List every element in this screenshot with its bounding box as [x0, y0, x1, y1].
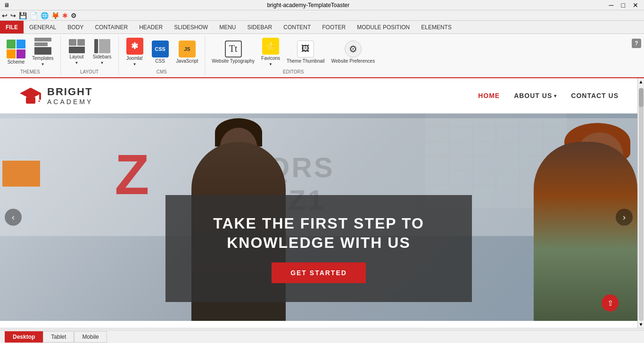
theme-thumbnail-button[interactable]: 🖼 Theme Thumbnail [284, 39, 327, 66]
joomla-dropdown-icon: ▼ [133, 62, 137, 66]
templates-icon [34, 38, 51, 55]
logo-bright: BRIGHT [47, 86, 93, 98]
menu-slideshow[interactable]: SLIDESHOW [168, 21, 214, 33]
website-header: BRIGHT ACADEMY HOME ABOUT US ▾ CONTACT U… [0, 78, 637, 114]
svg-rect-1 [26, 97, 35, 104]
logo-area: BRIGHT ACADEMY [19, 84, 93, 107]
nav-about[interactable]: ABOUT US ▾ [514, 92, 557, 99]
main-area: BRIGHT ACADEMY HOME ABOUT US ▾ CONTACT U… [0, 78, 644, 328]
menu-module-position[interactable]: MODULE POSITION [351, 21, 415, 33]
ribbon-section-editors: Tt Website Typography ⭐ Favicons ▼ 🖼 The… [205, 36, 381, 75]
menu-elements[interactable]: ELEMENTS [415, 21, 457, 33]
website-preferences-button[interactable]: ⚙ Website Preferences [329, 39, 378, 66]
ribbon-layout-label: Layout [80, 68, 99, 75]
vertical-scrollbar[interactable]: ▲ ▼ [637, 78, 644, 328]
settings-icon[interactable]: ⚙ [71, 12, 77, 19]
svg-rect-2 [39, 93, 41, 100]
scrollbar-up-arrow[interactable]: ▲ [639, 79, 644, 84]
firefox-icon[interactable]: 🦊 [51, 12, 59, 19]
sidebars-button[interactable]: Sidebars ▼ [90, 37, 115, 67]
menu-content[interactable]: CONTENT [278, 21, 316, 33]
ribbon-help[interactable]: ? [629, 36, 644, 75]
css-icon: CSS [152, 41, 169, 57]
scroll-up-button[interactable]: ⇧ [602, 294, 619, 311]
typography-icon: Tt [225, 41, 242, 57]
scrollbar-thumb-handle [639, 88, 644, 107]
favicons-button[interactable]: ⭐ Favicons ▼ [258, 36, 283, 68]
javascript-label: JavaScript [176, 58, 198, 64]
web-icon[interactable]: 🌐 [41, 12, 49, 19]
quick-access-toolbar: ↩ ↪ 💾 📄 🌐 🦊 ✱ ⚙ [0, 10, 644, 21]
joomla-button[interactable]: ✱ Joomla! ▼ [123, 36, 147, 68]
templates-button[interactable]: Templates ▼ [29, 36, 57, 68]
layout-icon [69, 39, 85, 53]
help-icon[interactable]: ? [632, 39, 641, 48]
layout-dropdown-icon: ▼ [75, 61, 79, 65]
ribbon-section-themes: Scheme Templates ▼ Themes [0, 36, 61, 75]
redo-icon[interactable]: ↪ [10, 12, 16, 19]
joomla-label: Joomla! [126, 56, 143, 61]
ribbon-section-layout: Layout ▼ Sidebars ▼ Layout [61, 36, 119, 75]
status-bar: Desktop Tablet Mobile [0, 330, 644, 343]
hero-title-line2: KNOWLEDGE WITH US [227, 234, 411, 251]
joomla-quick-icon[interactable]: ✱ [62, 12, 68, 19]
hero-title-line1: TAKE THE FIRST STEP TO [213, 215, 424, 232]
window-controls[interactable]: ─ □ ✕ [607, 1, 640, 9]
scheme-button[interactable]: Scheme [4, 38, 28, 67]
menu-header[interactable]: HEADER [133, 21, 168, 33]
layout-button[interactable]: Layout ▼ [65, 37, 89, 67]
close-button[interactable]: ✕ [631, 1, 640, 9]
website-typography-button[interactable]: Tt Website Typography [209, 39, 257, 66]
carousel-prev-button[interactable]: ‹ [5, 209, 22, 226]
website-preferences-label: Website Preferences [331, 58, 375, 64]
menu-sidebar[interactable]: SIDEBAR [242, 21, 278, 33]
ribbon-layout-items: Layout ▼ Sidebars ▼ [65, 36, 115, 68]
save-icon[interactable]: 💾 [19, 12, 27, 19]
hero-section: Z QRSYZ1 [0, 114, 637, 321]
css-button[interactable]: CSS CSS [148, 39, 173, 66]
menu-menu[interactable]: MENU [214, 21, 241, 33]
sticky-note [2, 161, 40, 187]
maximize-button[interactable]: □ [619, 1, 627, 9]
website-preferences-icon: ⚙ [345, 41, 362, 57]
ribbon-themes-label: Themes [20, 68, 40, 75]
javascript-button[interactable]: JS JavaScript [173, 39, 201, 66]
scrollbar-thumb-vertical[interactable] [639, 88, 644, 321]
view-tabs: Desktop Tablet Mobile [5, 331, 107, 343]
ribbon-editors-items: Tt Website Typography ⭐ Favicons ▼ 🖼 The… [209, 36, 378, 68]
tab-mobile[interactable]: Mobile [74, 331, 107, 343]
tab-desktop[interactable]: Desktop [5, 331, 43, 343]
nav-about-chevron-icon: ▾ [554, 93, 557, 98]
hero-cta-button[interactable]: GET STARTED [272, 262, 366, 283]
templates-label: Templates [32, 56, 54, 61]
preview-area: BRIGHT ACADEMY HOME ABOUT US ▾ CONTACT U… [0, 78, 637, 328]
menu-container[interactable]: CONTAINER [89, 21, 133, 33]
nav-home[interactable]: HOME [478, 92, 500, 99]
scrollbar-down-arrow[interactable]: ▼ [639, 322, 644, 327]
js-icon: JS [179, 41, 196, 57]
open-icon[interactable]: 📄 [30, 12, 38, 19]
hero-background: Z QRSYZ1 [0, 114, 637, 321]
undo-icon[interactable]: ↩ [2, 12, 8, 19]
menu-body[interactable]: BODY [62, 21, 89, 33]
templates-dropdown-icon: ▼ [41, 62, 45, 66]
menu-footer[interactable]: FOOTER [316, 21, 351, 33]
website-preview: BRIGHT ACADEMY HOME ABOUT US ▾ CONTACT U… [0, 78, 637, 328]
nav-about-label: ABOUT US [514, 92, 552, 99]
nav-contact[interactable]: CONTACT US [571, 92, 619, 99]
favicons-label: Favicons [261, 56, 280, 61]
person-right-body [534, 142, 637, 321]
menu-general[interactable]: GENERAL [24, 21, 62, 33]
minimize-button[interactable]: ─ [607, 1, 616, 9]
carousel-next-button[interactable]: › [616, 209, 633, 226]
title-bar-icons: 🖥 [4, 2, 9, 8]
tab-tablet[interactable]: Tablet [43, 331, 74, 343]
app-icon: 🖥 [4, 2, 9, 8]
ribbon-section-cms: ✱ Joomla! ▼ CSS CSS JS JavaScript CMS [119, 36, 206, 75]
hero-title: TAKE THE FIRST STEP TO KNOWLEDGE WITH US [194, 214, 444, 253]
nav-menu: HOME ABOUT US ▾ CONTACT US [478, 92, 619, 99]
website-typography-label: Website Typography [212, 58, 255, 64]
menu-file[interactable]: FILE [0, 21, 24, 33]
scheme-label: Scheme [8, 59, 25, 65]
theme-thumbnail-icon: 🖼 [297, 41, 314, 57]
